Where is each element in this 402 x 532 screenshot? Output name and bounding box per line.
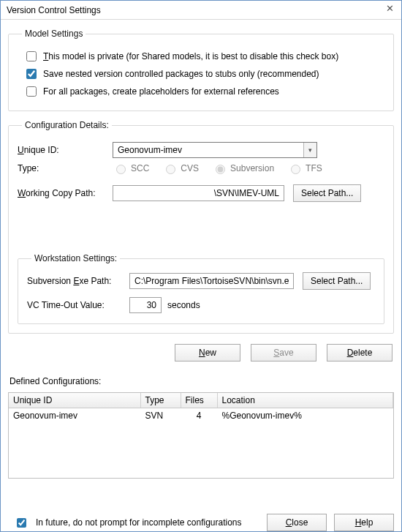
delete-button[interactable]: Delete [327,344,392,361]
chevron-down-icon[interactable]: ▾ [303,143,316,157]
cell-files: 4 [181,408,217,424]
unique-id-combo[interactable]: Geonovum-imev ▾ [113,142,317,158]
table-row[interactable]: Geonovum-imevSVN4%Geonovum-imev% [9,408,393,424]
stubs-checkbox[interactable] [26,69,37,79]
type-svn[interactable]: Subversion [212,162,274,174]
cell-id: Geonovum-imev [9,408,140,424]
type-tfs[interactable]: TFS [287,162,322,174]
timeout-unit: seconds [167,300,200,310]
private-label[interactable]: This model is private (for Shared models… [43,51,338,61]
type-cvs[interactable]: CVS [162,162,199,174]
col-type[interactable]: Type [140,393,181,408]
workstation-legend: Workstation Settings: [31,253,120,263]
timeout-label: VC Time-Out Value: [27,300,129,310]
select-exe-path-button[interactable]: Select Path... [303,272,371,290]
working-path-input[interactable] [113,185,284,201]
type-radio-group: SCC CVS Subversion TFS [113,162,322,174]
col-location[interactable]: Location [217,393,393,408]
placeholders-label[interactable]: For all packages, create placeholders fo… [43,86,279,97]
future-prompt-checkbox[interactable] [17,518,26,528]
config-details-legend: Configuration Details: [22,120,112,130]
new-button[interactable]: New [175,344,240,361]
unique-id-label: Unique ID: [18,145,113,155]
vc-settings-dialog: Version Control Settings ✕ Model Setting… [0,0,402,532]
col-files[interactable]: Files [181,393,217,408]
close-icon[interactable]: ✕ [382,2,397,17]
close-button[interactable]: Close [267,514,327,531]
table-header-row: Unique ID Type Files Location [9,393,393,408]
placeholders-checkbox[interactable] [26,86,37,97]
working-path-label: Working Copy Path: [18,188,113,198]
select-working-path-button[interactable]: Select Path... [293,184,361,202]
defined-config-table-wrap: Unique ID Type Files Location Geonovum-i… [8,392,394,479]
window-title: Version Control Settings [7,5,101,15]
stubs-label[interactable]: Save nested version controlled packages … [43,69,319,79]
exe-path-label: Subversion Exe Path: [27,276,129,286]
type-label: Type: [18,163,113,173]
titlebar: Version Control Settings ✕ [1,1,401,20]
future-prompt-label[interactable]: In future, do not prompt for incomplete … [36,517,242,528]
col-unique-id[interactable]: Unique ID [9,393,140,408]
footer-row: In future, do not prompt for incomplete … [1,509,401,531]
timeout-input[interactable] [129,297,162,313]
help-button[interactable]: Help [334,514,394,531]
cell-type: SVN [140,408,181,424]
exe-path-input[interactable] [129,273,294,289]
model-settings-group: Model Settings This model is private (fo… [8,29,394,111]
save-button[interactable]: Save [251,344,316,361]
model-settings-legend: Model Settings [22,29,86,39]
workstation-settings-group: Workstation Settings: Subversion Exe Pat… [18,253,384,324]
config-details-group: Configuration Details: Unique ID: Geonov… [8,120,394,334]
unique-id-value: Geonovum-imev [118,145,182,155]
private-checkbox[interactable] [26,51,37,61]
defined-config-label: Defined Configurations: [10,376,392,386]
config-button-row: New Save Delete [10,344,392,361]
defined-config-table: Unique ID Type Files Location Geonovum-i… [9,393,393,423]
type-scc[interactable]: SCC [113,162,149,174]
cell-location: %Geonovum-imev% [217,408,393,424]
